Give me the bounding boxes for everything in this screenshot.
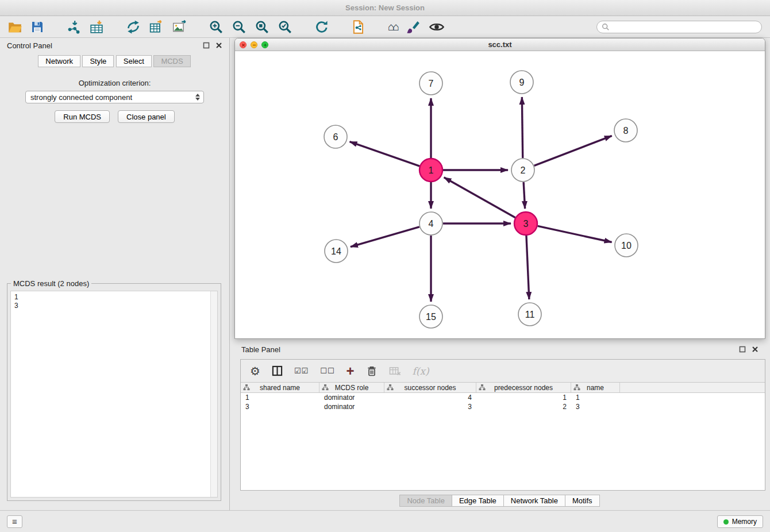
table-cell[interactable]: dominator (319, 403, 384, 411)
node-9[interactable]: 9 (510, 71, 533, 94)
deselect-all-rows-button[interactable]: ☐☐ (317, 365, 338, 376)
tab-network[interactable]: Network (38, 55, 80, 67)
node-label: 3 (523, 219, 529, 229)
edge-1-6[interactable] (350, 142, 420, 166)
tab-node-table[interactable]: Node Table (399, 495, 452, 507)
node-3[interactable]: 3 (514, 212, 537, 235)
table-cell[interactable]: 4 (384, 394, 476, 402)
zoom-out-icon (232, 20, 247, 34)
column-header-successor-nodes[interactable]: successor nodes (384, 383, 476, 392)
table-toolbar: ⚙ ☑☑ ☐☐ + f(x) (241, 360, 765, 383)
column-sort-icon (243, 384, 250, 392)
node-label: 15 (426, 312, 436, 322)
close-icon (752, 346, 759, 353)
table-cell[interactable]: dominator (319, 394, 384, 402)
import-table-button[interactable] (85, 20, 108, 34)
table-cell[interactable]: 1 (241, 394, 319, 402)
first-neighbors-button[interactable] (347, 20, 370, 34)
column-header-shared-name[interactable]: shared name (241, 383, 319, 392)
search-box[interactable] (596, 21, 762, 33)
zoom-in-button[interactable] (205, 20, 228, 34)
network-canvas[interactable]: 7968124314101511 (235, 51, 765, 338)
close-panel-button[interactable]: Close panel (118, 110, 175, 123)
network-graph[interactable]: 7968124314101511 (235, 51, 765, 338)
node-4[interactable]: 4 (419, 212, 442, 235)
close-window-button[interactable] (240, 41, 247, 48)
tab-style[interactable]: Style (82, 55, 114, 67)
float-panel-button[interactable] (203, 42, 210, 49)
node-14[interactable]: 14 (325, 240, 348, 263)
tab-select[interactable]: Select (116, 55, 152, 67)
table-row[interactable]: 1dominator411 (241, 393, 765, 402)
gear-icon: ⚙ (250, 365, 260, 377)
show-columns-button[interactable] (268, 364, 286, 377)
tab-edge-table[interactable]: Edge Table (452, 495, 504, 507)
column-header-name[interactable]: name (571, 383, 620, 392)
node-label: 2 (521, 165, 526, 175)
zoom-out-button[interactable] (228, 20, 251, 34)
node-10[interactable]: 10 (615, 234, 638, 257)
edge-3-1[interactable] (444, 178, 515, 218)
graphics-details-button[interactable] (425, 19, 449, 35)
table-cell[interactable]: 1 (476, 394, 571, 402)
criterion-dropdown[interactable]: strongly connected component (25, 91, 204, 103)
float-table-panel-button[interactable] (739, 346, 746, 353)
node-label: 6 (333, 132, 338, 142)
select-all-rows-button[interactable]: ☑☑ (291, 365, 312, 376)
open-session-button[interactable] (3, 20, 26, 34)
dropdown-stepper-icon (195, 94, 200, 101)
zoom-window-button[interactable] (261, 41, 268, 48)
new-table-button[interactable] (145, 20, 168, 34)
table-cell[interactable]: 2 (476, 403, 571, 411)
new-table-icon (149, 20, 164, 34)
node-11[interactable]: 11 (518, 303, 541, 326)
edge-2-3[interactable] (523, 182, 525, 209)
memory-button[interactable]: Memory (717, 515, 763, 528)
edge-3-11[interactable] (526, 236, 529, 299)
node-1[interactable]: 1 (419, 159, 442, 182)
tab-network-table[interactable]: Network Table (503, 495, 565, 507)
show-all-button[interactable]: ⌂⌂ (384, 21, 402, 33)
zoom-selected-button[interactable] (274, 20, 297, 34)
search-input[interactable] (613, 23, 757, 31)
import-network-button[interactable] (62, 20, 85, 34)
node-label: 4 (429, 219, 434, 229)
apply-style-button[interactable] (402, 20, 425, 34)
minimize-window-button[interactable] (251, 41, 257, 48)
tab-motifs[interactable]: Motifs (565, 495, 600, 507)
node-8[interactable]: 8 (614, 119, 637, 142)
add-row-button[interactable]: + (343, 364, 358, 378)
edge-2-8[interactable] (534, 136, 612, 165)
new-network-button[interactable] (122, 20, 145, 34)
node-2[interactable]: 2 (511, 159, 534, 182)
node-7[interactable]: 7 (419, 72, 442, 95)
table-cell[interactable]: 3 (571, 403, 620, 411)
refresh-view-button[interactable] (310, 20, 333, 34)
delete-row-button[interactable] (363, 364, 381, 378)
result-scrollbar[interactable] (210, 291, 217, 497)
run-mcds-button[interactable]: Run MCDS (55, 110, 110, 123)
select-all-icon: ☑☑ (294, 367, 309, 375)
edge-3-10[interactable] (538, 226, 612, 242)
zoom-fit-button[interactable] (251, 20, 274, 34)
edge-2-9[interactable] (522, 97, 522, 158)
column-header-label: shared name (260, 384, 300, 392)
tab-mcds[interactable]: MCDS (153, 55, 190, 67)
edge-4-14[interactable] (351, 227, 419, 247)
save-session-button[interactable] (26, 20, 48, 34)
close-control-panel-button[interactable] (215, 42, 222, 49)
table-settings-button[interactable]: ⚙ (247, 364, 264, 378)
panel-menu-button[interactable]: ≡ (7, 515, 22, 528)
export-image-button[interactable] (168, 20, 191, 34)
node-15[interactable]: 15 (419, 305, 442, 328)
table-cell[interactable]: 3 (241, 403, 319, 411)
close-table-panel-button[interactable] (752, 346, 759, 353)
table-row[interactable]: 3dominator323 (241, 402, 765, 411)
table-cell[interactable]: 3 (384, 403, 476, 411)
node-6[interactable]: 6 (324, 125, 347, 148)
column-header-MCDS-role[interactable]: MCDS role (319, 383, 384, 392)
column-header-predecessor-nodes[interactable]: predecessor nodes (476, 383, 571, 392)
network-window-titlebar[interactable]: scc.txt (235, 38, 765, 51)
table-cell[interactable]: 1 (571, 394, 620, 402)
new-network-icon (126, 20, 141, 34)
